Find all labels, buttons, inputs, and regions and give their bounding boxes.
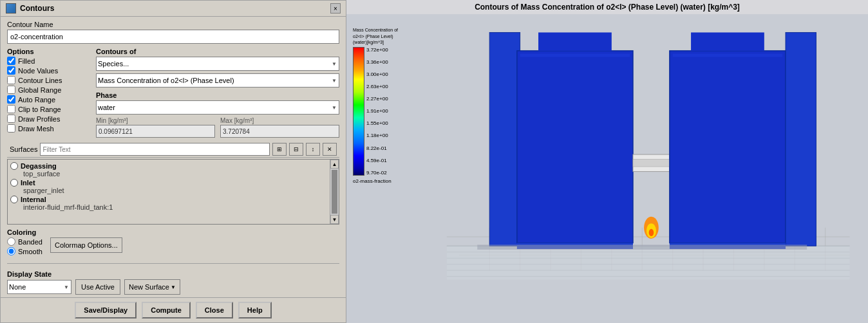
contours-of-label: Contours of bbox=[96, 48, 339, 55]
legend-title-text: Mass Concentration of o2<l> (Phase Level… bbox=[353, 28, 398, 44]
global-range-row: Global Range bbox=[7, 86, 91, 94]
global-range-checkbox[interactable] bbox=[7, 86, 15, 94]
new-surface-label: New Surface bbox=[129, 283, 169, 291]
panel-titlebar: Contours × bbox=[1, 1, 346, 17]
display-state-section: Display State None Use Active New Surfac… bbox=[7, 270, 339, 295]
phase-section: Phase water bbox=[96, 91, 339, 115]
surface-item-sparger_inlet[interactable]: sparger_inlet bbox=[10, 187, 327, 194]
min-max-row: Min [kg/m³] Max [kg/m³] bbox=[96, 117, 339, 138]
node-values-checkbox[interactable] bbox=[7, 66, 15, 75]
clip-to-range-checkbox[interactable] bbox=[7, 105, 15, 113]
save-display-button[interactable]: Save/Display bbox=[75, 302, 137, 318]
surf-btn-1[interactable]: ⊞ bbox=[272, 143, 287, 156]
titlebar-left: Contours bbox=[6, 3, 54, 14]
contour-name-input[interactable] bbox=[7, 30, 339, 44]
group-label-inlet: Inlet bbox=[21, 179, 35, 187]
panel-title: Contours bbox=[20, 4, 54, 13]
display-state-select[interactable]: None bbox=[7, 280, 71, 294]
options-column: Options Filled Node Values Contour Lines… bbox=[7, 48, 91, 138]
phase-select[interactable]: water bbox=[96, 100, 339, 115]
right-tank-top bbox=[691, 32, 764, 50]
draw-profiles-row: Draw Profiles bbox=[7, 115, 91, 123]
panel-icon bbox=[6, 3, 16, 14]
close-button[interactable]: × bbox=[330, 3, 341, 14]
options-label: Options bbox=[7, 48, 91, 55]
global-range-label: Global Range bbox=[18, 86, 61, 94]
surf-btn-2[interactable]: ⊟ bbox=[289, 143, 303, 156]
surface-item-top_surface[interactable]: top_surface bbox=[10, 170, 327, 178]
auto-range-label: Auto Range bbox=[18, 96, 55, 104]
viz-area: Mass Concentration of o2<l> (Phase Level… bbox=[346, 14, 868, 323]
group-name-degassing: Degassing bbox=[10, 162, 327, 170]
surface-item-interior-fluid[interactable]: interior-fluid_mrf-fluid_tank:1 bbox=[10, 203, 327, 211]
min-input[interactable] bbox=[96, 125, 215, 138]
surfaces-filter-input[interactable] bbox=[40, 143, 270, 156]
surface-group-inlet: Inlet sparger_inlet bbox=[10, 179, 327, 194]
use-active-button[interactable]: Use Active bbox=[75, 279, 120, 295]
node-values-row: Node Values bbox=[7, 66, 91, 75]
group-label-degassing: Degassing bbox=[21, 162, 57, 170]
group-label-internal: Internal bbox=[21, 196, 46, 203]
panel-body: Contour Name Options Filled Node Values … bbox=[1, 17, 346, 297]
surf-btn-4[interactable]: ✕ bbox=[323, 143, 337, 156]
floor-rect bbox=[447, 246, 850, 279]
auto-range-row: Auto Range bbox=[7, 95, 91, 104]
species-select[interactable]: Species... bbox=[96, 57, 339, 71]
viewport-panel: Contours of Mass Concentration of o2<l> … bbox=[346, 0, 868, 323]
scroll-up-btn[interactable]: ▲ bbox=[330, 160, 339, 169]
banded-row: Banded bbox=[7, 237, 42, 246]
legend-val-8: 8.22e-01 bbox=[366, 145, 388, 151]
smooth-radio[interactable] bbox=[7, 247, 15, 255]
contour-name-section: Contour Name bbox=[7, 21, 339, 44]
mass-conc-select[interactable]: Mass Concentration of o2<l> (Phase Level… bbox=[96, 73, 339, 88]
surfaces-list-wrapper: Degassing top_surface Inlet sparger_inle… bbox=[7, 159, 339, 225]
banded-radio[interactable] bbox=[7, 237, 15, 246]
right-pillar bbox=[786, 32, 816, 246]
draw-profiles-checkbox[interactable] bbox=[7, 115, 15, 123]
max-input[interactable] bbox=[220, 125, 339, 138]
viewport-title: Contours of Mass Concentration of o2<l> … bbox=[346, 0, 868, 14]
right-tank-highlight bbox=[673, 54, 783, 57]
legend-val-3: 2.63e+00 bbox=[366, 84, 388, 89]
filled-checkbox[interactable] bbox=[7, 57, 15, 65]
draw-mesh-checkbox[interactable] bbox=[7, 124, 15, 133]
contour-lines-row: Contour Lines bbox=[7, 76, 91, 84]
left-tank-highlight bbox=[520, 54, 630, 57]
phase-select-wrapper: water bbox=[96, 100, 339, 115]
max-label: Max [kg/m³] bbox=[220, 117, 339, 124]
contour-lines-label: Contour Lines bbox=[18, 77, 62, 84]
close-dialog-button[interactable]: Close bbox=[196, 302, 233, 318]
display-state-row: None Use Active New Surface ▼ bbox=[7, 279, 339, 295]
colormap-btn-wrapper: Colormap Options... bbox=[50, 237, 122, 253]
clip-to-range-row: Clip to Range bbox=[7, 105, 91, 113]
help-button[interactable]: Help bbox=[238, 302, 272, 318]
new-surface-arrow-icon: ▼ bbox=[171, 284, 176, 290]
legend-color-bar bbox=[353, 47, 364, 176]
surface-group-internal: Internal interior-fluid_mrf-fluid_tank:1 bbox=[10, 196, 327, 211]
surf-btn-3[interactable]: ↕ bbox=[306, 143, 320, 156]
group-name-inlet: Inlet bbox=[10, 179, 327, 187]
left-tank-top bbox=[538, 32, 612, 50]
display-state-label: Display State bbox=[7, 270, 339, 278]
mass-conc-select-wrapper: Mass Concentration of o2<l> (Phase Level… bbox=[96, 73, 339, 88]
legend-val-2: 3.00e+00 bbox=[366, 71, 388, 77]
left-pillar bbox=[489, 32, 520, 246]
group-toggle-inlet[interactable] bbox=[10, 179, 18, 187]
auto-range-checkbox[interactable] bbox=[7, 95, 15, 104]
surfaces-section: Surfaces ⊞ ⊟ ↕ ✕ Degassing top_surf bbox=[7, 142, 339, 225]
legend-val-10: 9.70e-02 bbox=[366, 170, 388, 176]
compute-button[interactable]: Compute bbox=[142, 302, 191, 318]
coloring-label: Coloring bbox=[7, 228, 42, 236]
contour-lines-checkbox[interactable] bbox=[7, 76, 15, 84]
legend-val-0: 3.72e+00 bbox=[366, 47, 388, 53]
filled-label: Filled bbox=[18, 57, 35, 65]
new-surface-button[interactable]: New Surface ▼ bbox=[124, 279, 180, 295]
node-values-label: Node Values bbox=[18, 67, 58, 75]
colormap-options-button[interactable]: Colormap Options... bbox=[50, 237, 122, 253]
group-toggle-internal[interactable] bbox=[10, 196, 18, 203]
coloring-section: Coloring Banded Smooth bbox=[7, 228, 42, 257]
draw-mesh-row: Draw Mesh bbox=[7, 124, 91, 133]
scroll-down-btn[interactable]: ▼ bbox=[330, 215, 339, 224]
surfaces-scrollbar[interactable]: ▲ ▼ bbox=[330, 160, 339, 224]
group-toggle-degassing[interactable] bbox=[10, 162, 18, 170]
